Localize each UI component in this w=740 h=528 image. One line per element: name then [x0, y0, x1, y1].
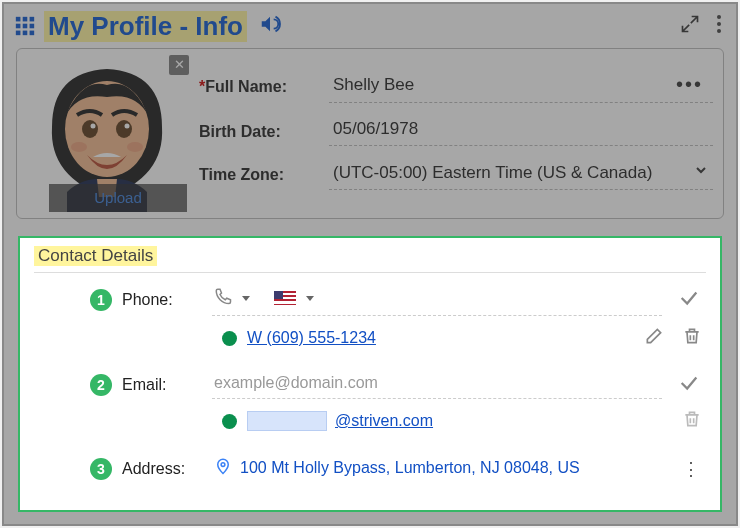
svg-rect-0: [16, 17, 21, 22]
email-label: Email:: [122, 376, 202, 394]
email-redacted: [247, 411, 327, 431]
step-badge-2: 2: [90, 374, 112, 396]
email-link[interactable]: @striven.com: [335, 412, 433, 430]
svg-rect-6: [16, 31, 21, 36]
header-more-icon[interactable]: [712, 10, 726, 42]
phone-type-caret-icon[interactable]: [242, 296, 250, 301]
svg-rect-1: [23, 17, 28, 22]
email-row: 2 Email: example@domain.com: [34, 366, 706, 403]
time-zone-label: Time Zone:: [199, 166, 329, 184]
phone-confirm-icon[interactable]: [672, 287, 706, 313]
contact-details-title: Contact Details: [34, 246, 157, 266]
svg-rect-7: [23, 31, 28, 36]
svg-point-16: [91, 124, 96, 129]
speaker-icon[interactable]: [259, 13, 281, 39]
email-entry-row: @striven.com: [34, 403, 706, 439]
edit-phone-icon[interactable]: [640, 326, 668, 350]
phone-entry-row: W (609) 555-1234: [34, 320, 706, 356]
svg-point-17: [125, 124, 130, 129]
email-placeholder: example@domain.com: [214, 374, 378, 392]
svg-rect-5: [30, 24, 35, 29]
svg-point-20: [221, 463, 225, 467]
expand-icon[interactable]: [676, 10, 704, 42]
address-link[interactable]: 100 Mt Holly Bypass, Lumberton, NJ 08048…: [240, 459, 580, 477]
svg-rect-2: [30, 17, 35, 22]
address-row: 3 Address: 100 Mt Holly Bypass, Lumberto…: [34, 449, 706, 489]
phone-input[interactable]: [212, 283, 662, 316]
svg-point-11: [717, 29, 721, 33]
step-badge-1: 1: [90, 289, 112, 311]
svg-point-15: [116, 120, 132, 138]
delete-email-icon[interactable]: [678, 409, 706, 433]
chevron-down-icon[interactable]: [693, 162, 709, 183]
full-name-field[interactable]: Shelly Bee •••: [329, 71, 713, 103]
birth-date-field[interactable]: 05/06/1978: [329, 117, 713, 146]
page-title: My Profile - Info: [44, 11, 247, 42]
country-caret-icon[interactable]: [306, 296, 314, 301]
step-badge-3: 3: [90, 458, 112, 480]
email-confirm-icon[interactable]: [672, 372, 706, 398]
avatar[interactable]: ✕ Upload: [27, 57, 187, 212]
full-name-label: *Full Name:: [199, 78, 329, 96]
phone-label: Phone:: [122, 291, 202, 309]
map-pin-icon[interactable]: [214, 457, 232, 479]
svg-rect-4: [23, 24, 28, 29]
country-flag-us-icon[interactable]: [274, 291, 296, 305]
primary-indicator-icon: [222, 414, 237, 429]
svg-point-10: [717, 22, 721, 26]
upload-button[interactable]: Upload: [49, 184, 187, 212]
phone-number-link[interactable]: W (609) 555-1234: [247, 329, 376, 347]
address-field: 100 Mt Holly Bypass, Lumberton, NJ 08048…: [212, 453, 666, 485]
apps-grid-icon[interactable]: [14, 15, 36, 37]
svg-point-18: [71, 142, 87, 152]
phone-type-icon[interactable]: [214, 287, 232, 309]
svg-rect-3: [16, 24, 21, 29]
svg-point-9: [717, 15, 721, 19]
address-more-icon[interactable]: ⋮: [676, 458, 706, 480]
birth-date-label: Birth Date:: [199, 123, 329, 141]
delete-phone-icon[interactable]: [678, 326, 706, 350]
primary-indicator-icon: [222, 331, 237, 346]
address-label: Address:: [122, 460, 202, 478]
time-zone-field[interactable]: (UTC-05:00) Eastern Time (US & Canada): [329, 160, 713, 190]
avatar-remove-button[interactable]: ✕: [169, 55, 189, 75]
email-input[interactable]: example@domain.com: [212, 370, 662, 399]
contact-details-panel: Contact Details 1 Phone: W (609) 555-: [18, 236, 722, 512]
page-header: My Profile - Info: [4, 4, 736, 44]
svg-point-14: [82, 120, 98, 138]
svg-point-19: [127, 142, 143, 152]
full-name-more-icon[interactable]: •••: [676, 73, 709, 96]
profile-card: ✕ Upload *Full Name: Shelly Bee ••• Birt…: [16, 48, 724, 219]
phone-row: 1 Phone:: [34, 279, 706, 320]
svg-rect-8: [30, 31, 35, 36]
